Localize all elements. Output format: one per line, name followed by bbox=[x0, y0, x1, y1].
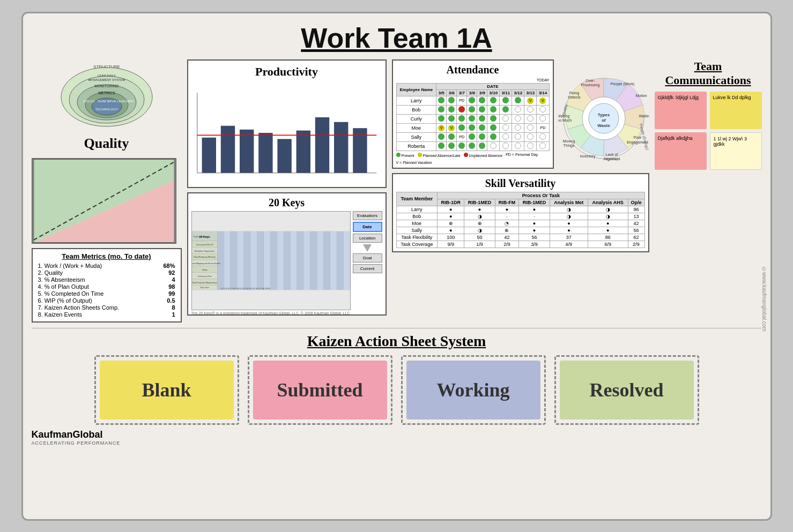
footer: KaufmanGlobal ACCELERATING PERFORMANCE bbox=[32, 429, 762, 446]
svg-text:LEAN MPR: LEAN MPR bbox=[117, 100, 134, 103]
svg-rect-26 bbox=[334, 122, 348, 173]
kaizen-card-resolved-outer: Resolved bbox=[554, 355, 699, 425]
kaizen-card-working-label: Working bbox=[436, 379, 509, 401]
attendance-row: LarryPDVV bbox=[396, 96, 549, 105]
svg-text:METRICS: METRICS bbox=[98, 91, 115, 95]
kaizen-title: Kaizen Action Sheet System bbox=[32, 333, 762, 350]
svg-text:MANAGEMENT SYSTEM: MANAGEMENT SYSTEM bbox=[88, 78, 125, 81]
svg-text:Defects: Defects bbox=[568, 95, 581, 99]
svg-text:Waste: Waste bbox=[597, 123, 610, 128]
svg-text:Types: Types bbox=[597, 113, 610, 117]
team-member-header: Team Member bbox=[396, 192, 438, 206]
svg-rect-43 bbox=[270, 231, 277, 289]
sticky-note-2-text: Lukve lk Dd dplkg bbox=[713, 95, 751, 100]
skill-table: Team Member Process Or Task RIB-1DR RIB-… bbox=[396, 192, 645, 248]
right-top: Attendance TODAY Employee Name DATE 3/53… bbox=[392, 59, 649, 169]
svg-rect-48 bbox=[303, 231, 310, 289]
sticky-note-1: Gjkldjfk :ldjkjgl Ldjg bbox=[655, 92, 707, 129]
process-task-header: Process Or Task bbox=[438, 192, 644, 199]
svg-text:Total Productive Maintenance: Total Productive Maintenance bbox=[192, 281, 217, 283]
main-board: Work Team 1A STRUCTURE LEAN DAILY MANAGE… bbox=[21, 12, 772, 521]
svg-text:FOCUS: FOCUS bbox=[83, 100, 94, 103]
date-label: Date bbox=[353, 222, 382, 232]
svg-rect-38 bbox=[237, 231, 243, 289]
productivity-box: Productivity bbox=[187, 59, 387, 188]
today-label: TODAY bbox=[396, 78, 550, 82]
svg-text:Too Much: Too Much bbox=[558, 118, 572, 122]
kaizen-card-blank: Blank bbox=[100, 361, 234, 419]
attendance-row: Bob bbox=[396, 105, 549, 114]
svg-text:Quantity: Quantity bbox=[606, 158, 618, 161]
quality-label: Quality bbox=[32, 136, 182, 152]
kaizen-cards: Blank Submitted Working Resolved bbox=[32, 355, 762, 425]
svg-rect-21 bbox=[240, 129, 254, 173]
svg-text:LEAN DAILY: LEAN DAILY bbox=[97, 74, 115, 77]
svg-text:Over-: Over- bbox=[586, 79, 595, 83]
keys-title: 20 Keys bbox=[191, 197, 382, 209]
bottom-section: Kaizen Action Sheet System Blank Submitt… bbox=[32, 328, 762, 425]
attendance-row: MoeVVPD bbox=[396, 123, 549, 132]
attendance-row: Roberta bbox=[396, 141, 549, 151]
svg-text:Poka Yoke: Poka Yoke bbox=[200, 287, 209, 289]
svg-rect-23 bbox=[277, 139, 291, 173]
date-header: DATE bbox=[436, 83, 549, 89]
svg-text:Governance/The 5S: Governance/The 5S bbox=[196, 243, 213, 245]
page-title: Work Team 1A bbox=[32, 22, 762, 54]
svg-text:MONITORING: MONITORING bbox=[94, 84, 118, 88]
top-section: STRUCTURE LEAN DAILY MANAGEMENT SYSTEM M… bbox=[32, 59, 762, 323]
svg-text:1  2  3  4  5  6  7  8  9  10 : 1 2 3 4 5 6 7 8 9 10 11 12 13 14 15 16 1… bbox=[220, 287, 270, 289]
kaizen-card-submitted-outer: Submitted bbox=[248, 355, 392, 425]
sticky-notes-grid: Gjkldjfk :ldjkjgl Ldjg Lukve lk Dd dplkg… bbox=[655, 92, 762, 170]
svg-rect-36 bbox=[224, 231, 230, 289]
svg-rect-40 bbox=[250, 231, 257, 289]
svg-rect-50 bbox=[317, 231, 323, 289]
metric-item: 4. % of Plan Output98 bbox=[38, 283, 175, 290]
sticky-note-1-text: Gjkldjfk :ldjkjgl Ldjg bbox=[658, 95, 699, 100]
svg-rect-49 bbox=[310, 231, 316, 289]
svg-rect-51 bbox=[323, 231, 330, 289]
watermark: ©www.kaufmanglobal.com bbox=[761, 266, 767, 332]
svg-rect-37 bbox=[230, 231, 236, 289]
team-metrics-title: Team Metrics (mo. To date) bbox=[38, 252, 175, 260]
skill-row-sally: Sally ● ◑ ⊕ ● ● ● 56 bbox=[396, 227, 644, 234]
keys-box: 20 Keys 20 Keys KaufmanGlobal. bbox=[187, 192, 387, 316]
metric-item: 5. % Completed On Time99 bbox=[38, 290, 175, 297]
skill-row-moe: Moe ⊕ ⊕ ◔ ● ● ● 42 bbox=[396, 220, 644, 227]
attendance-title: Attendance bbox=[396, 64, 550, 76]
left-column: STRUCTURE LEAN DAILY MANAGEMENT SYSTEM M… bbox=[32, 59, 182, 323]
attendance-table: Employee Name DATE 3/53/63/73/83/93/103/… bbox=[396, 83, 550, 151]
metric-item: 8. Kaizen Events1 bbox=[38, 311, 175, 318]
middle-column: Productivity bbox=[187, 59, 387, 323]
waste-diagram: Types of Waste People (Work) Motion Wait… bbox=[558, 59, 649, 167]
goal-label: Goal bbox=[353, 253, 382, 263]
kaizen-card-resolved-label: Resolved bbox=[590, 379, 664, 401]
quality-chart bbox=[32, 158, 176, 244]
svg-text:Safety: Safety bbox=[202, 269, 207, 271]
kaizen-card-submitted: Submitted bbox=[253, 361, 387, 419]
svg-text:Waiting: Waiting bbox=[639, 114, 649, 118]
metric-item: 1. Work / (Work + Muda)68% bbox=[38, 263, 175, 269]
kaizen-card-submitted-label: Submitted bbox=[277, 379, 362, 401]
team-metrics: Team Metrics (mo. To date) 1. Work / (Wo… bbox=[32, 248, 182, 323]
svg-text:Process Mapping and Known Even: Process Mapping and Known Events bbox=[192, 263, 220, 265]
svg-text:TEAM MPVR: TEAM MPVR bbox=[97, 100, 116, 103]
svg-rect-47 bbox=[297, 231, 303, 289]
sticky-note-3-text: Djafkjdk alkdjjha bbox=[658, 136, 693, 141]
header: Work Team 1A bbox=[32, 22, 762, 54]
svg-rect-25 bbox=[315, 117, 329, 173]
metric-item: 2. Quality92 bbox=[38, 269, 175, 276]
svg-text:Motion: Motion bbox=[635, 94, 647, 98]
team-comm-title: Team Communications bbox=[655, 59, 762, 87]
svg-text:Fixing: Fixing bbox=[569, 91, 579, 95]
kaizen-card-blank-outer: Blank bbox=[94, 355, 239, 425]
task-flex-row: Task Flexibility 100 50 42 56 37 86 62 bbox=[396, 234, 644, 241]
employee-name-header: Employee Name bbox=[396, 83, 436, 96]
svg-text:Workplace Organization: Workplace Organization bbox=[194, 250, 214, 252]
brand-tagline: ACCELERATING PERFORMANCE bbox=[32, 440, 121, 446]
skill-title: Skill Versatility bbox=[396, 177, 645, 190]
lean-diagram: STRUCTURE LEAN DAILY MANAGEMENT SYSTEM M… bbox=[58, 59, 155, 129]
svg-text:Continuous Flow: Continuous Flow bbox=[197, 275, 212, 277]
kaizen-card-working-outer: Working bbox=[401, 355, 546, 425]
brand-logo: KaufmanGlobal ACCELERATING PERFORMANCE bbox=[32, 429, 121, 446]
svg-rect-53 bbox=[337, 231, 343, 289]
